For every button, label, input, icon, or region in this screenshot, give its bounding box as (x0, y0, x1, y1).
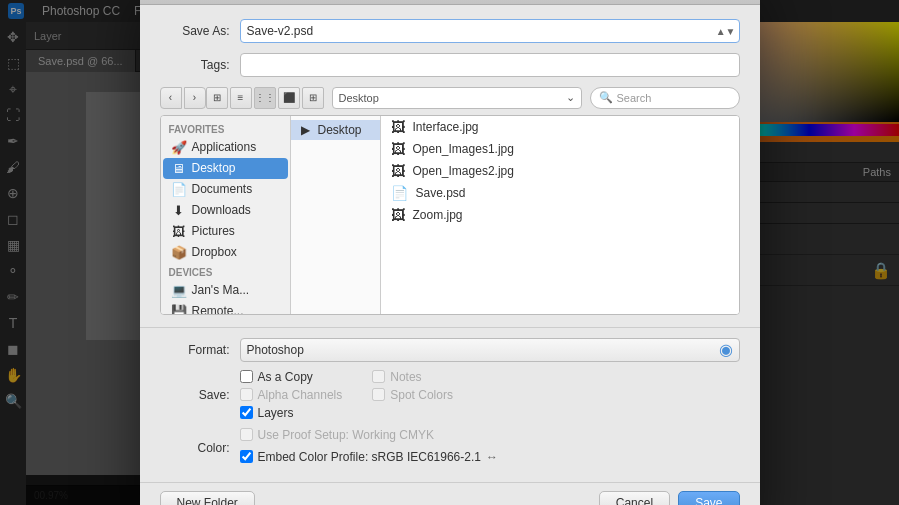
path-chevron-icon: ⌄ (566, 91, 575, 104)
embed-profile-checkbox[interactable] (240, 450, 253, 463)
layers-label: Layers (258, 406, 294, 420)
sidebar-item-documents[interactable]: 📄 Documents (163, 179, 288, 200)
cancel-button[interactable]: Cancel (599, 491, 670, 506)
spot-colors-row: Spot Colors (372, 388, 453, 402)
file-name-save: Save.psd (416, 186, 466, 200)
file-item-save[interactable]: 📄 Save.psd (381, 182, 739, 204)
back-button[interactable]: ‹ (160, 87, 182, 109)
search-icon: 🔍 (599, 91, 613, 104)
save-as-row: Save As: ▲▼ (160, 19, 740, 43)
jans-mac-icon: 💻 (171, 283, 187, 298)
footer-right-buttons: Cancel Save (599, 491, 740, 506)
file-browser: Favorites 🚀 Applications 🖥 Desktop 📄 Doc… (160, 115, 740, 315)
notes-checkbox (372, 370, 385, 383)
file-icon-save: 📄 (391, 185, 408, 201)
format-select[interactable]: Photoshop ◉ (240, 338, 740, 362)
alpha-channels-row: Alpha Channels (240, 388, 343, 402)
desktop-folder-item[interactable]: ▶ Desktop (291, 120, 380, 140)
remote-icon: 💾 (171, 304, 187, 314)
current-path: Desktop (339, 92, 379, 104)
spot-colors-label: Spot Colors (390, 388, 453, 402)
tags-label: Tags: (160, 58, 230, 72)
save-as-input[interactable] (240, 19, 740, 43)
tags-input[interactable] (240, 53, 740, 77)
dialog-titlebar: Save As (140, 0, 760, 5)
browser-toolbar: ‹ › ⊞ ≡ ⋮⋮ ⬛ ⊞ Desktop ⌄ 🔍 Search (160, 87, 740, 109)
input-arrow-icon: ▲▼ (716, 25, 736, 36)
sidebar-item-downloads[interactable]: ⬇ Downloads (163, 200, 288, 221)
nav-buttons: ‹ › (160, 87, 206, 109)
save-options: As a Copy Alpha Channels Layers (240, 370, 453, 420)
folder-arrow-icon: ▶ (301, 123, 310, 137)
view-icon-btn[interactable]: ⊞ (206, 87, 228, 109)
documents-icon: 📄 (171, 182, 187, 197)
as-a-copy-checkbox[interactable] (240, 370, 253, 383)
file-name-open-images1: Open_Images1.jpg (413, 142, 514, 156)
path-selector[interactable]: Desktop ⌄ (332, 87, 582, 109)
file-item-zoom[interactable]: 🖼 Zoom.jpg (381, 204, 739, 226)
save-as-dialog: Save As Save As: ▲▼ Tags: ‹ › (140, 0, 760, 505)
sidebar-item-label-desktop: Desktop (192, 161, 236, 175)
save-button[interactable]: Save (678, 491, 739, 506)
sidebar-item-remote[interactable]: 💾 Remote... (163, 301, 288, 314)
pictures-icon: 🖼 (171, 224, 187, 239)
sidebar-item-dropbox[interactable]: 📦 Dropbox (163, 242, 288, 263)
file-name-interface: Interface.jpg (413, 120, 479, 134)
view-buttons: ⊞ ≡ ⋮⋮ ⬛ ⊞ (206, 87, 324, 109)
file-list: 🖼 Interface.jpg 🖼 Open_Images1.jpg 🖼 Ope… (381, 116, 739, 314)
new-folder-button[interactable]: New Folder (160, 491, 255, 506)
sidebar-item-label-downloads: Downloads (192, 203, 251, 217)
folder-name: Desktop (318, 123, 362, 137)
view-list-btn[interactable]: ≡ (230, 87, 252, 109)
save-col-right: Notes Spot Colors (372, 370, 453, 420)
notes-row: Notes (372, 370, 453, 384)
embed-profile-label: Embed Color Profile: sRGB IEC61966-2.1 (258, 450, 481, 464)
folder-column: ▶ Desktop (291, 116, 381, 314)
sidebar-item-desktop[interactable]: 🖥 Desktop (163, 158, 288, 179)
format-label: Format: (160, 343, 230, 357)
view-options-btn[interactable]: ⊞ (302, 87, 324, 109)
layers-checkbox[interactable] (240, 406, 253, 419)
format-select-arrow-icon: ◉ (719, 340, 733, 359)
view-columns-btn[interactable]: ⋮⋮ (254, 87, 276, 109)
color-section: Color: Use Proof Setup: Working CMYK Emb… (160, 428, 740, 468)
alpha-channels-label: Alpha Channels (258, 388, 343, 402)
forward-button[interactable]: › (184, 87, 206, 109)
notes-label: Notes (390, 370, 421, 384)
favorites-section-label: Favorites (161, 120, 290, 137)
use-proof-checkbox (240, 428, 253, 441)
alpha-channels-checkbox (240, 388, 253, 401)
file-item-open-images1[interactable]: 🖼 Open_Images1.jpg (381, 138, 739, 160)
search-box: 🔍 Search (590, 87, 740, 109)
as-a-copy-row: As a Copy (240, 370, 343, 384)
sidebar-item-label-remote: Remote... (192, 304, 244, 314)
format-section: Format: Photoshop ◉ Save: As a Copy (140, 327, 760, 482)
use-proof-label: Use Proof Setup: Working CMYK (258, 428, 435, 442)
file-icon-interface: 🖼 (391, 119, 405, 135)
file-icon-open-images2: 🖼 (391, 163, 405, 179)
sidebar-item-jans-mac[interactable]: 💻 Jan's Ma... (163, 280, 288, 301)
use-proof-row: Use Proof Setup: Working CMYK (240, 428, 498, 442)
tags-row: Tags: (160, 53, 740, 77)
sidebar-item-applications[interactable]: 🚀 Applications (163, 137, 288, 158)
spot-colors-checkbox (372, 388, 385, 401)
format-value: Photoshop (247, 343, 304, 357)
file-item-interface[interactable]: 🖼 Interface.jpg (381, 116, 739, 138)
dropbox-icon: 📦 (171, 245, 187, 260)
save-options-row: Save: As a Copy Alpha Channels (160, 370, 740, 420)
file-name-zoom: Zoom.jpg (413, 208, 463, 222)
downloads-icon: ⬇ (171, 203, 187, 218)
desktop-icon: 🖥 (171, 161, 187, 176)
format-row: Format: Photoshop ◉ (160, 338, 740, 362)
file-name-open-images2: Open_Images2.jpg (413, 164, 514, 178)
view-cover-btn[interactable]: ⬛ (278, 87, 300, 109)
file-item-open-images2[interactable]: 🖼 Open_Images2.jpg (381, 160, 739, 182)
devices-section-label: Devices (161, 263, 290, 280)
as-a-copy-label: As a Copy (258, 370, 313, 384)
layers-row: Layers (240, 406, 343, 420)
color-options: Use Proof Setup: Working CMYK Embed Colo… (240, 428, 498, 468)
dialog-overlay: Save As Save As: ▲▼ Tags: ‹ › (0, 0, 899, 505)
sidebar-item-label-dropbox: Dropbox (192, 245, 237, 259)
sidebar-item-pictures[interactable]: 🖼 Pictures (163, 221, 288, 242)
resize-handle-icon: ↔ (486, 450, 498, 464)
